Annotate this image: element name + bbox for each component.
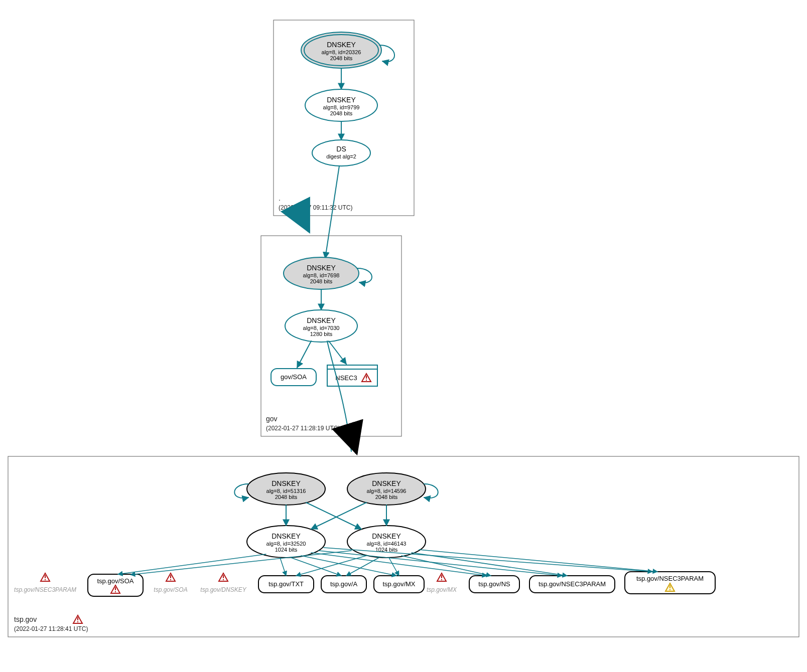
warning-icon: [41, 573, 50, 581]
node-tsp-ksk2: DNSKEY alg=8, id=14596 2048 bits: [347, 473, 426, 505]
node-tsp-ksk1: DNSKEY alg=8, id=51316 2048 bits: [247, 473, 325, 505]
svg-text:tsp.gov/TXT: tsp.gov/TXT: [268, 580, 304, 588]
svg-text:DNSKEY: DNSKEY: [327, 41, 356, 49]
zone-root: . (2022-01-27 09:11:32 UTC) DNSKEY alg=8…: [274, 20, 414, 216]
svg-point-14: [312, 140, 370, 166]
svg-text:gov/SOA: gov/SOA: [281, 373, 307, 381]
svg-rect-28: [327, 365, 377, 369]
svg-text:DNSKEY: DNSKEY: [272, 479, 301, 487]
svg-text:tsp.gov/SOA: tsp.gov/SOA: [154, 586, 187, 593]
zone-tsp-time: (2022-01-27 11:28:41 UTC): [14, 625, 88, 632]
zone-tsp-label: tsp.gov: [14, 615, 37, 623]
zone-root-label: .: [279, 194, 281, 202]
svg-text:2048 bits: 2048 bits: [330, 110, 353, 116]
svg-text:tsp.gov/MX: tsp.gov/MX: [382, 580, 415, 588]
node-gov-nsec3: NSEC3: [327, 365, 377, 386]
dnssec-chain-diagram: . (2022-01-27 09:11:32 UTC) DNSKEY alg=8…: [0, 0, 807, 672]
ghost-soa: tsp.gov/SOA: [154, 573, 187, 593]
svg-text:tsp.gov/A: tsp.gov/A: [330, 580, 358, 588]
svg-text:alg=8, id=51316: alg=8, id=51316: [266, 488, 306, 494]
svg-text:1280 bits: 1280 bits: [310, 331, 333, 337]
svg-text:alg=8, id=7698: alg=8, id=7698: [303, 272, 340, 278]
leaf-txt: tsp.gov/TXT: [258, 576, 314, 593]
svg-text:alg=8, id=32520: alg=8, id=32520: [266, 541, 306, 547]
warning-icon: [437, 573, 446, 581]
svg-text:alg=8, id=7030: alg=8, id=7030: [303, 325, 340, 331]
svg-text:DNSKEY: DNSKEY: [327, 96, 356, 104]
svg-text:DNSKEY: DNSKEY: [272, 532, 301, 540]
warning-icon: [219, 573, 228, 581]
leaf-nsec3param-1: tsp.gov/NSEC3PARAM: [529, 576, 615, 593]
svg-text:DNSKEY: DNSKEY: [307, 264, 336, 272]
node-root-ds: DS digest alg=2: [312, 140, 370, 166]
svg-text:DNSKEY: DNSKEY: [307, 316, 336, 324]
svg-text:NSEC3: NSEC3: [335, 374, 357, 382]
warning-icon: [73, 615, 82, 623]
svg-text:digest alg=2: digest alg=2: [326, 153, 356, 159]
zone-gov: gov (2022-01-27 11:28:19 UTC) DNSKEY alg…: [261, 236, 401, 451]
node-gov-zsk: DNSKEY alg=8, id=7030 1280 bits: [285, 310, 357, 342]
ghost-mx: tsp.gov/MX: [427, 573, 457, 593]
leaf-a: tsp.gov/A: [321, 576, 366, 593]
leaf-ns: tsp.gov/NS: [469, 576, 519, 593]
node-root-ksk: DNSKEY alg=8, id=20326 2048 bits: [301, 32, 381, 68]
ghost-dnskey: tsp.gov/DNSKEY: [200, 573, 246, 593]
leaf-mx: tsp.gov/MX: [374, 576, 424, 593]
node-root-zsk: DNSKEY alg=8, id=9799 2048 bits: [305, 89, 377, 121]
svg-text:tsp.gov/SOA: tsp.gov/SOA: [97, 577, 134, 585]
warning-icon: [166, 573, 175, 581]
svg-text:alg=8, id=46143: alg=8, id=46143: [367, 541, 407, 547]
svg-text:1024 bits: 1024 bits: [275, 547, 298, 553]
zone-root-time: (2022-01-27 09:11:32 UTC): [279, 204, 352, 211]
svg-text:tsp.gov/DNSKEY: tsp.gov/DNSKEY: [200, 586, 246, 593]
svg-text:DNSKEY: DNSKEY: [372, 479, 401, 487]
svg-text:tsp.gov/NSEC3PARAM: tsp.gov/NSEC3PARAM: [539, 580, 606, 588]
svg-text:DS: DS: [336, 145, 346, 153]
ghost-nsec3param: tsp.gov/NSEC3PARAM: [14, 573, 76, 593]
leaf-soa: tsp.gov/SOA: [88, 574, 143, 596]
zone-gov-label: gov: [266, 415, 278, 423]
zone-gov-time: (2022-01-27 11:28:19 UTC): [266, 425, 340, 432]
svg-text:2048 bits: 2048 bits: [275, 494, 298, 500]
svg-text:alg=8, id=9799: alg=8, id=9799: [323, 104, 360, 110]
node-gov-soa: gov/SOA: [271, 369, 316, 386]
svg-text:alg=8, id=20326: alg=8, id=20326: [322, 49, 361, 55]
svg-text:2048 bits: 2048 bits: [375, 494, 398, 500]
svg-text:2048 bits: 2048 bits: [330, 55, 353, 61]
svg-text:DNSKEY: DNSKEY: [372, 532, 401, 540]
svg-text:tsp.gov/NSEC3PARAM: tsp.gov/NSEC3PARAM: [14, 586, 76, 593]
leaf-nsec3param-2: tsp.gov/NSEC3PARAM: [625, 572, 715, 594]
svg-text:alg=8, id=14596: alg=8, id=14596: [367, 488, 407, 494]
svg-text:tsp.gov/NSEC3PARAM: tsp.gov/NSEC3PARAM: [636, 575, 704, 582]
svg-text:2048 bits: 2048 bits: [310, 278, 333, 284]
svg-text:tsp.gov/NS: tsp.gov/NS: [478, 580, 510, 588]
svg-text:tsp.gov/MX: tsp.gov/MX: [427, 586, 457, 593]
node-gov-ksk: DNSKEY alg=8, id=7698 2048 bits: [284, 257, 359, 289]
zone-tsp: tsp.gov (2022-01-27 11:28:41 UTC) DNSKEY…: [8, 456, 799, 637]
